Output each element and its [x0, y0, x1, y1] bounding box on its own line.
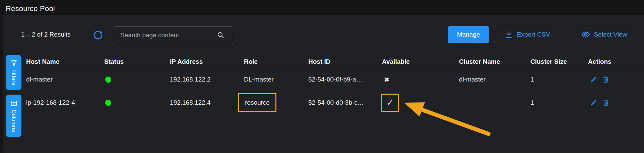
refresh-button[interactable]: [93, 30, 103, 40]
cluster-name-cell: dl-master: [459, 76, 530, 83]
column-header-cluster-size[interactable]: Cluster Size: [530, 58, 588, 65]
edit-pencil-icon[interactable]: [590, 76, 597, 83]
column-header-ip-address[interactable]: IP Address: [170, 58, 244, 65]
export-csv-button[interactable]: Export CSV: [495, 26, 560, 43]
host-name-cell: dl-master: [26, 76, 104, 83]
ip-address-cell: 192.168.122.4: [170, 99, 244, 106]
table-row: dl-master 192.168.122.2 DL-master 52-54-…: [0, 70, 644, 89]
download-icon: [505, 31, 513, 39]
table-row: ip-192-168-122-4 192.168.122.4 resource …: [0, 89, 644, 116]
status-cell: [104, 100, 170, 106]
host-id-cell: 52-54-00-0f-b9-a…: [308, 76, 382, 83]
cluster-size-cell: 1: [530, 76, 588, 83]
column-header-host-id[interactable]: Host ID: [308, 58, 382, 65]
search-input[interactable]: [114, 27, 215, 44]
results-count: 1 – 2 of 2 Results: [21, 31, 71, 38]
select-view-label: Select View: [594, 31, 627, 38]
column-header-role[interactable]: Role: [244, 58, 308, 65]
highlight-box-role: resource: [238, 93, 276, 112]
role-cell: DL-master: [244, 76, 308, 83]
status-online-dot: [105, 100, 111, 106]
column-header-host-name[interactable]: Host Name: [26, 58, 104, 65]
refresh-icon: [93, 30, 103, 40]
actions-cell: [588, 76, 644, 83]
export-csv-label: Export CSV: [517, 31, 550, 38]
delete-trash-icon[interactable]: [602, 99, 609, 106]
column-header-status[interactable]: Status: [104, 58, 170, 65]
manage-button-label: Manage: [457, 31, 480, 38]
edit-pencil-icon[interactable]: [590, 99, 597, 106]
page-title: Resource Pool: [6, 4, 55, 13]
actions-cell: [588, 99, 644, 106]
column-header-cluster-name[interactable]: Cluster Name: [459, 58, 530, 65]
host-name-cell: ip-192-168-122-4: [26, 99, 104, 106]
eye-icon: [581, 30, 590, 39]
ip-address-cell: 192.168.122.2: [170, 76, 244, 83]
select-view-button[interactable]: Select View: [569, 26, 639, 43]
available-check: ✓: [386, 98, 394, 108]
highlight-box-available: ✓: [381, 94, 399, 112]
manage-button[interactable]: Manage: [448, 26, 489, 43]
status-cell: [104, 76, 170, 83]
resource-pool-screen: Resource Pool 1 – 2 of 2 Results Manage …: [0, 0, 644, 153]
host-id-cell: 52-54-00-d0-3b-c…: [308, 99, 382, 106]
table-header-row: Host Name Status IP Address Role Host ID…: [0, 55, 644, 68]
cluster-size-cell: 1: [530, 99, 588, 106]
search-box: [114, 26, 233, 44]
available-cell: ✓: [382, 94, 459, 112]
role-cell: resource: [244, 93, 308, 112]
column-header-available[interactable]: Available: [382, 58, 459, 65]
delete-trash-icon[interactable]: [602, 76, 609, 83]
column-header-actions: Actions: [588, 58, 644, 65]
status-online-dot: [105, 76, 111, 83]
search-icon[interactable]: [217, 31, 225, 39]
role-value: resource: [245, 99, 270, 106]
available-cell: ✖: [382, 76, 459, 84]
